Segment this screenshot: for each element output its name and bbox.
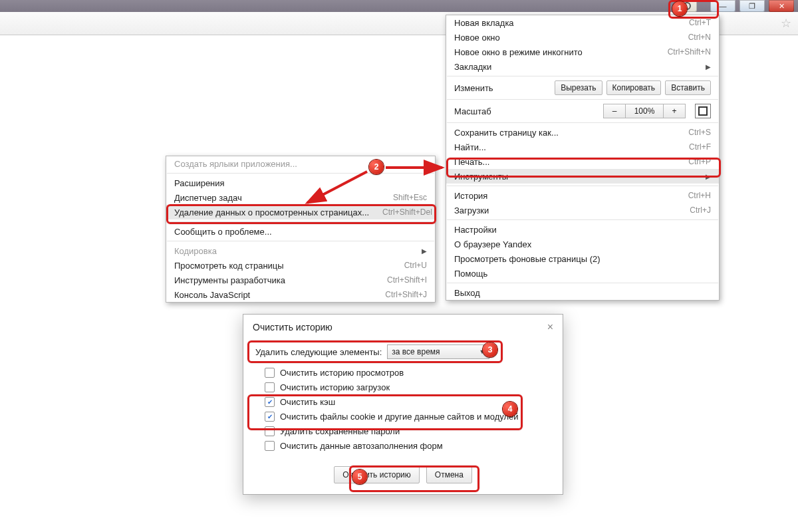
annotation-badge: 2 (369, 160, 384, 174)
annotation-badge: 4 (503, 402, 517, 416)
svg-line-1 (307, 172, 367, 203)
annotation-badge: 1 (672, 1, 687, 16)
annotation-badge: 3 (483, 342, 497, 357)
annotation-badge: 5 (352, 469, 367, 484)
annotation-arrows (0, 0, 798, 532)
